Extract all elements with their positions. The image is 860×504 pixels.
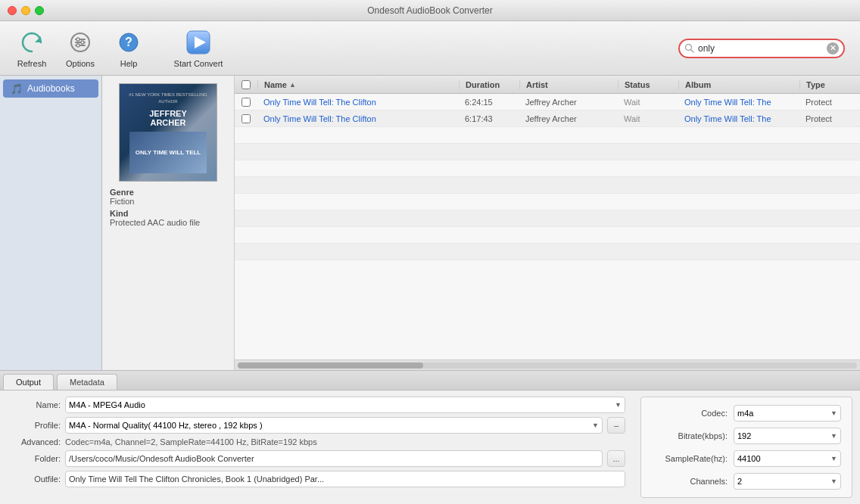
toolbar: Refresh Options ? Help bbox=[0, 21, 860, 76]
album-art-author-text: #1 NEW YORK TIMES BESTSELLING AUTHOR bbox=[120, 89, 217, 107]
options-button[interactable]: Options bbox=[56, 24, 104, 73]
row-2-status: Wait bbox=[618, 114, 678, 123]
folder-value: /Users/coco/Music/Ondesoft AudioBook Con… bbox=[69, 454, 599, 463]
table-area: Name ▲ Duration Artist Status Album Type bbox=[235, 76, 860, 370]
th-type[interactable]: Type bbox=[799, 80, 860, 89]
name-select[interactable]: M4A - MPEG4 Audio ▼ bbox=[65, 397, 625, 413]
samplerate-label: SampleRate(hz): bbox=[652, 454, 728, 463]
name-select-input[interactable]: M4A - MPEG4 Audio bbox=[69, 400, 622, 409]
svg-text:?: ? bbox=[125, 36, 132, 48]
bitrate-label: Bitrate(kbps): bbox=[652, 431, 728, 440]
kind-value: Protected AAC audio file bbox=[110, 218, 226, 227]
album-art-background: #1 NEW YORK TIMES BESTSELLING AUTHOR JEF… bbox=[120, 84, 217, 181]
sidebar-item-label: Audiobooks bbox=[27, 83, 75, 94]
help-label: Help bbox=[120, 59, 138, 68]
row-checkbox-2[interactable] bbox=[235, 114, 257, 123]
close-button[interactable] bbox=[8, 6, 17, 15]
bottom-panel: Output Metadata Name: M4A - MPEG4 Audio … bbox=[0, 370, 860, 504]
profile-select[interactable]: M4A - Normal Quality( 44100 Hz, stereo ,… bbox=[65, 417, 603, 434]
scrollbar-thumb[interactable] bbox=[238, 362, 423, 369]
table-row bbox=[235, 144, 860, 160]
row-2-duration: 6:17:43 bbox=[459, 114, 519, 123]
channels-row: Channels: 1 2 ▼ bbox=[652, 473, 841, 490]
minimize-button[interactable] bbox=[21, 6, 30, 15]
codec-row: Codec: m4a mp3 aac wav flac ▼ bbox=[652, 405, 841, 422]
table-row bbox=[235, 160, 860, 177]
info-panel: #1 NEW YORK TIMES BESTSELLING AUTHOR JEF… bbox=[102, 76, 235, 370]
table-row bbox=[235, 177, 860, 194]
tab-metadata[interactable]: Metadata bbox=[57, 374, 117, 390]
row-2-checkbox[interactable] bbox=[241, 114, 251, 123]
sidebar-item-audiobooks[interactable]: 🎵 Audiobooks bbox=[3, 79, 98, 98]
row-1-duration: 6:24:15 bbox=[459, 98, 519, 107]
row-2-name: Only Time Will Tell: The Clifton bbox=[257, 114, 459, 123]
svg-marker-0 bbox=[35, 36, 41, 42]
folder-browse-button[interactable]: ... bbox=[607, 450, 625, 467]
th-duration[interactable]: Duration bbox=[459, 80, 519, 89]
table-row bbox=[235, 127, 860, 144]
channels-label: Channels: bbox=[652, 477, 728, 486]
samplerate-select[interactable]: 22050 44100 48000 ▼ bbox=[734, 450, 841, 467]
profile-extra-button[interactable]: – bbox=[607, 417, 625, 434]
start-convert-button[interactable]: Start Convert bbox=[168, 24, 229, 73]
bottom-content: Name: M4A - MPEG4 Audio ▼ Profile: M4A -… bbox=[0, 390, 860, 504]
samplerate-select-input[interactable]: 22050 44100 48000 bbox=[737, 454, 837, 463]
title-bar: Ondesoft AudioBook Converter bbox=[0, 0, 860, 21]
refresh-label: Refresh bbox=[17, 59, 47, 68]
search-clear-button[interactable]: ✕ bbox=[827, 42, 839, 54]
folder-label: Folder: bbox=[8, 454, 61, 463]
app-body: 🎵 Audiobooks #1 NEW YORK TIMES BESTSELLI… bbox=[0, 76, 860, 504]
maximize-button[interactable] bbox=[35, 6, 44, 15]
codec-form: Codec: m4a mp3 aac wav flac ▼ Bitrate(kb… bbox=[640, 397, 852, 498]
sidebar: 🎵 Audiobooks bbox=[0, 76, 102, 370]
outfile-input[interactable]: Only Time Will Tell The Clifton Chronicl… bbox=[65, 471, 625, 487]
bitrate-select[interactable]: 64 128 192 256 320 ▼ bbox=[734, 428, 841, 444]
start-convert-label: Start Convert bbox=[174, 59, 223, 68]
genre-value: Fiction bbox=[110, 197, 226, 206]
table-row[interactable]: Only Time Will Tell: The Clifton 6:17:43… bbox=[235, 110, 860, 127]
profile-row: Profile: M4A - Normal Quality( 44100 Hz,… bbox=[8, 417, 625, 434]
advanced-row: Advanced: Codec=m4a, Channel=2, SampleRa… bbox=[8, 437, 625, 446]
album-art-name-text: JEFFREYARCHER bbox=[146, 107, 190, 129]
th-checkbox[interactable] bbox=[235, 80, 257, 89]
channels-select[interactable]: 1 2 ▼ bbox=[734, 473, 841, 490]
row-2-artist: Jeffrey Archer bbox=[519, 114, 618, 123]
search-box[interactable]: ✕ bbox=[678, 39, 845, 58]
help-button[interactable]: ? Help bbox=[104, 24, 153, 73]
th-status[interactable]: Status bbox=[618, 80, 678, 89]
row-1-type: Protect bbox=[799, 98, 860, 107]
sort-arrow: ▲ bbox=[289, 81, 296, 89]
channels-select-input[interactable]: 1 2 bbox=[737, 477, 837, 486]
folder-input[interactable]: /Users/coco/Music/Ondesoft AudioBook Con… bbox=[65, 450, 603, 467]
table-body: Only Time Will Tell: The Clifton 6:24:15… bbox=[235, 94, 860, 359]
svg-point-4 bbox=[76, 44, 79, 47]
refresh-icon bbox=[18, 29, 45, 56]
table-row[interactable]: Only Time Will Tell: The Clifton 6:24:15… bbox=[235, 94, 860, 110]
profile-select-input[interactable]: M4A - Normal Quality( 44100 Hz, stereo ,… bbox=[69, 421, 599, 430]
row-1-album: Only Time Will Tell: The bbox=[678, 98, 799, 107]
th-album[interactable]: Album bbox=[678, 80, 799, 89]
codec-select-input[interactable]: m4a mp3 aac wav flac bbox=[737, 409, 837, 418]
help-icon: ? bbox=[115, 29, 142, 56]
select-all-checkbox[interactable] bbox=[241, 80, 251, 89]
start-convert-icon bbox=[185, 29, 212, 56]
bitrate-select-input[interactable]: 64 128 192 256 320 bbox=[737, 431, 837, 440]
search-input[interactable] bbox=[698, 43, 824, 54]
tab-output[interactable]: Output bbox=[3, 374, 54, 390]
row-1-name-normal: Time Will Tell: The Clifton bbox=[281, 98, 376, 107]
th-artist[interactable]: Artist bbox=[519, 80, 618, 89]
table-row bbox=[235, 244, 860, 260]
codec-select[interactable]: m4a mp3 aac wav flac ▼ bbox=[734, 405, 841, 422]
table-header: Name ▲ Duration Artist Status Album Type bbox=[235, 76, 860, 94]
table-row bbox=[235, 194, 860, 210]
row-1-checkbox[interactable] bbox=[241, 98, 251, 107]
refresh-button[interactable]: Refresh bbox=[8, 24, 56, 73]
advanced-label: Advanced: bbox=[8, 437, 61, 446]
row-checkbox-1[interactable] bbox=[235, 98, 257, 107]
kind-row: Kind Protected AAC audio file bbox=[110, 209, 226, 227]
th-name[interactable]: Name ▲ bbox=[257, 80, 459, 89]
table-scrollbar[interactable] bbox=[235, 359, 860, 370]
advanced-value: Codec=m4a, Channel=2, SampleRate=44100 H… bbox=[65, 437, 317, 446]
svg-point-2 bbox=[76, 38, 79, 41]
traffic-lights bbox=[8, 6, 44, 15]
